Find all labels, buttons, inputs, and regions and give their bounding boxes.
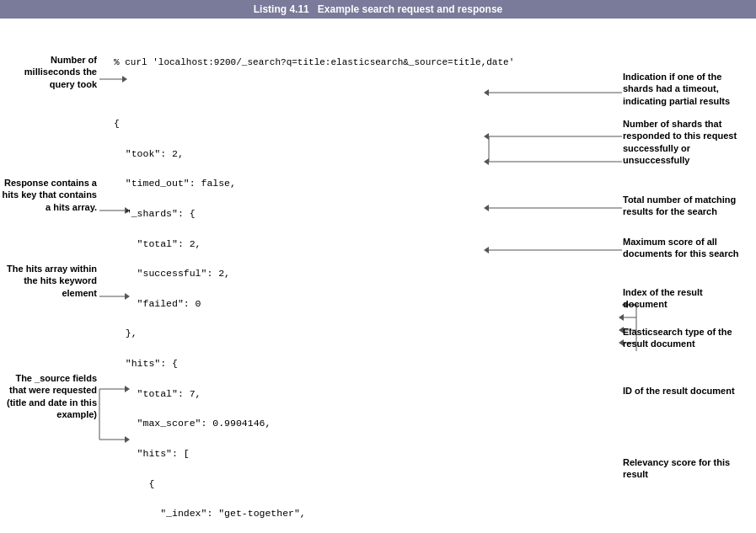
annotation-total: Total number of matching results for the… bbox=[623, 194, 749, 218]
annotation-timeout: Indication if one of the shards had a ti… bbox=[623, 71, 749, 107]
annotation-milliseconds: Number of milliseconds the query took bbox=[0, 54, 97, 90]
annotation-hits-key: Response contains a hits key that contai… bbox=[0, 177, 97, 213]
annotation-max-score: Maximum score of all documents for this … bbox=[623, 236, 749, 260]
annotation-index: Index of the result document bbox=[623, 286, 749, 311]
annotation-id: ID of the result document bbox=[623, 385, 749, 397]
listing-header: Listing 4.11 Example search request and … bbox=[0, 0, 756, 19]
annotation-type: Elasticsearch type of the result documen… bbox=[623, 326, 749, 350]
annotation-shards: Number of shards that responded to this … bbox=[623, 118, 749, 166]
main-content: Number of milliseconds the query took Re… bbox=[0, 19, 756, 532]
curl-command: % curl 'localhost:9200/_search?q=title:e… bbox=[114, 56, 621, 70]
code-block: % curl 'localhost:9200/_search?q=title:e… bbox=[114, 25, 621, 533]
annotation-source-fields: The _source fields that were requested (… bbox=[0, 372, 97, 420]
code-content: { "took": 2, "timed_out": false, "_shard… bbox=[114, 101, 621, 533]
annotation-score: Relevancy score for this result bbox=[623, 456, 749, 481]
annotation-hits-array: The hits array within the hits keyword e… bbox=[0, 263, 97, 299]
